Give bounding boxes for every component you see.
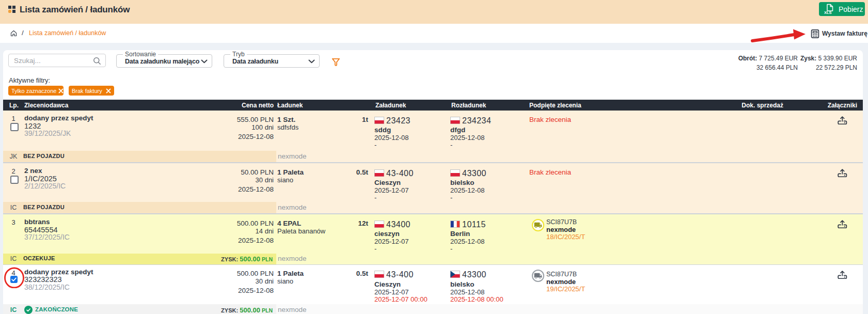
svg-text:XLS: XLS [824,10,832,14]
